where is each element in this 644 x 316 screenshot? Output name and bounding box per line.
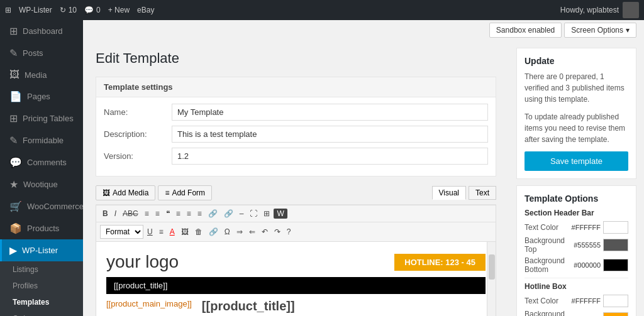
bullet-list-button[interactable]: ≡ — [142, 208, 152, 219]
content-wrapper: Sandbox enabled Screen Options ▾ Edit Te… — [83, 20, 644, 316]
chevron-down-icon: ▾ — [626, 26, 630, 35]
product-image-placeholder: [[product_main_image]] — [106, 299, 192, 308]
updates-icon: ↻ — [60, 6, 66, 14]
omega-button[interactable]: Ω — [222, 226, 233, 237]
underline-button[interactable]: U — [145, 226, 155, 237]
sandbox-button[interactable]: Sandbox enabled — [489, 23, 562, 38]
sidebar-item-products[interactable]: 📦 Products — [0, 217, 83, 239]
blockquote-button[interactable]: ❝ — [164, 208, 172, 219]
template-options-title: Template Options — [525, 193, 628, 204]
fullscreen-button[interactable]: ⛶ — [247, 208, 260, 219]
editor-toolbar-row2: Format U ≡ A 🖼 🗑 🔗 Ω ⇒ ⇐ ↶ ↷ ? — [96, 222, 496, 241]
admin-bar-wp-icon[interactable]: ⊞ — [5, 6, 11, 14]
outdent-button[interactable]: ⇐ — [247, 226, 258, 237]
table-button[interactable]: ⊞ — [261, 208, 272, 219]
sidebar-item-formidable[interactable]: ✎ Formidable — [0, 129, 83, 151]
hotline-bg-swatch[interactable] — [603, 312, 628, 316]
sidebar-item-media[interactable]: 🖼 Media — [0, 64, 83, 85]
bg-bottom-swatch-row[interactable]: #000000 — [574, 259, 628, 271]
wootique-icon: ★ — [9, 178, 18, 190]
unlink-button[interactable]: 🔗 — [221, 208, 236, 219]
help-button[interactable]: ? — [284, 226, 294, 237]
sidebar-item-profiles[interactable]: Profiles — [0, 278, 83, 294]
bg-top-label: Background Top — [525, 236, 574, 254]
sidebar-item-dashboard[interactable]: ⊞ Dashboard — [0, 20, 83, 42]
admin-bar-howdy[interactable]: Howdy, wplabtest — [560, 2, 639, 18]
bg-top-swatch[interactable] — [603, 239, 628, 251]
wp-lister-icon: ▶ — [9, 244, 17, 256]
bold-button[interactable]: B — [100, 208, 111, 219]
admin-bar-site-name[interactable]: WP-Lister — [19, 6, 52, 14]
template-settings-body: Name: Description: Version: — [96, 97, 496, 176]
indent-button[interactable]: ⇒ — [234, 226, 245, 237]
align-left-button[interactable]: ≡ — [174, 208, 183, 219]
admin-bar-new[interactable]: + New — [108, 6, 130, 14]
sidebar-item-woocommerce[interactable]: 🛒 WooCommerce — [0, 195, 83, 217]
screen-options-button[interactable]: Screen Options ▾ — [564, 23, 636, 38]
redo-button[interactable]: ↷ — [272, 226, 283, 237]
anchor-button[interactable]: 🔗 — [206, 226, 221, 237]
description-input[interactable] — [172, 126, 488, 143]
editor-toolbar-row1: B I ABC ≡ ≡ ❝ ≡ ≡ ≡ 🔗 🔗 – ⛶ ⊞ — [96, 205, 496, 222]
text-color-button[interactable]: A — [167, 226, 177, 237]
sidebar-item-templates[interactable]: Templates — [0, 294, 83, 310]
main-layout: ⊞ Dashboard ✎ Posts 🖼 Media 📄 Pages ⊞ Pr… — [0, 20, 644, 316]
italic-button[interactable]: I — [112, 208, 119, 219]
sidebar-item-wootique[interactable]: ★ Wootique — [0, 173, 83, 195]
sidebar-item-listings[interactable]: Listings — [0, 261, 83, 278]
admin-bar-ebay[interactable]: eBay — [137, 6, 154, 14]
update-box: Update There are 0 prepared, 1 verified … — [516, 48, 636, 179]
editor-content[interactable]: your logo HOTLINE: 123 - 45 [[product_ti… — [96, 241, 496, 316]
sidebar: ⊞ Dashboard ✎ Posts 🖼 Media 📄 Pages ⊞ Pr… — [0, 20, 83, 316]
sidebar-item-comments[interactable]: 💬 Comments — [0, 151, 83, 173]
sidebar-item-wp-lister[interactable]: ▶ WP-Lister — [0, 239, 83, 261]
hotline-box-label: Hotline Box — [525, 282, 628, 291]
numbered-list-button[interactable]: ≡ — [153, 208, 162, 219]
hotline-text-swatch[interactable] — [603, 295, 628, 307]
sidebar-item-orders[interactable]: Orders — [0, 310, 83, 316]
strikethrough-button[interactable]: ABC — [120, 208, 141, 219]
wp-button[interactable]: W — [274, 209, 287, 219]
template-settings-box: Template settings Name: Description: Ver… — [96, 77, 496, 177]
comments-nav-icon: 💬 — [9, 156, 22, 168]
format-select[interactable]: Format — [100, 225, 143, 239]
hotline-bg-row: Background Color #FFA500 — [525, 310, 628, 316]
hotline-text-swatch-row[interactable]: #FFFFFF — [572, 295, 628, 307]
sidebar-item-pages[interactable]: 📄 Pages — [0, 85, 83, 107]
add-form-button[interactable]: ≡ Add Form — [158, 185, 212, 200]
products-icon: 📦 — [9, 222, 22, 234]
visual-tab[interactable]: Visual — [432, 186, 466, 200]
text-tab[interactable]: Text — [469, 186, 496, 200]
more-button[interactable]: – — [237, 208, 247, 219]
woocommerce-icon: 🛒 — [9, 200, 22, 212]
text-color-label-1: Text Color — [525, 223, 558, 232]
admin-bar-updates[interactable]: ↻ 10 — [60, 6, 77, 14]
editor-scrollbar[interactable] — [487, 242, 496, 316]
admin-bar-avatar — [623, 2, 639, 18]
media-icon: 🖼 — [9, 69, 19, 80]
text-color-swatch-1[interactable] — [603, 221, 628, 234]
bg-top-swatch-row[interactable]: #555555 — [574, 239, 628, 251]
description-label: Description: — [104, 129, 167, 139]
admin-bar-comments[interactable]: 💬 0 — [84, 6, 101, 14]
align-center-button[interactable]: ≡ — [184, 208, 194, 219]
add-media-button[interactable]: 🖼 Add Media — [96, 185, 155, 200]
sidebar-item-pricing-tables[interactable]: ⊞ Pricing Tables — [0, 107, 83, 129]
text-color-swatch-row-1[interactable]: #FFFFFF — [572, 221, 628, 234]
justify-button[interactable]: ≡ — [157, 226, 166, 237]
content-top-bar: Sandbox enabled Screen Options ▾ — [83, 20, 644, 40]
link-button[interactable]: 🔗 — [206, 208, 220, 219]
hotline-bg-swatch-row[interactable]: #FFA500 — [572, 312, 628, 316]
save-template-button[interactable]: Save template — [525, 151, 628, 171]
align-right-button[interactable]: ≡ — [195, 208, 204, 219]
undo-button[interactable]: ↶ — [259, 226, 270, 237]
version-input[interactable] — [172, 148, 488, 165]
hotline-text-color-value: #FFFFFF — [572, 297, 601, 305]
insert-image-button[interactable]: 🖼 — [179, 226, 191, 237]
bg-bottom-swatch[interactable] — [603, 259, 628, 271]
name-input[interactable] — [172, 104, 488, 121]
add-form-icon: ≡ — [165, 188, 169, 197]
sidebar-item-posts[interactable]: ✎ Posts — [0, 42, 83, 64]
comments-icon: 💬 — [84, 6, 94, 14]
delete-image-button[interactable]: 🗑 — [192, 226, 205, 237]
